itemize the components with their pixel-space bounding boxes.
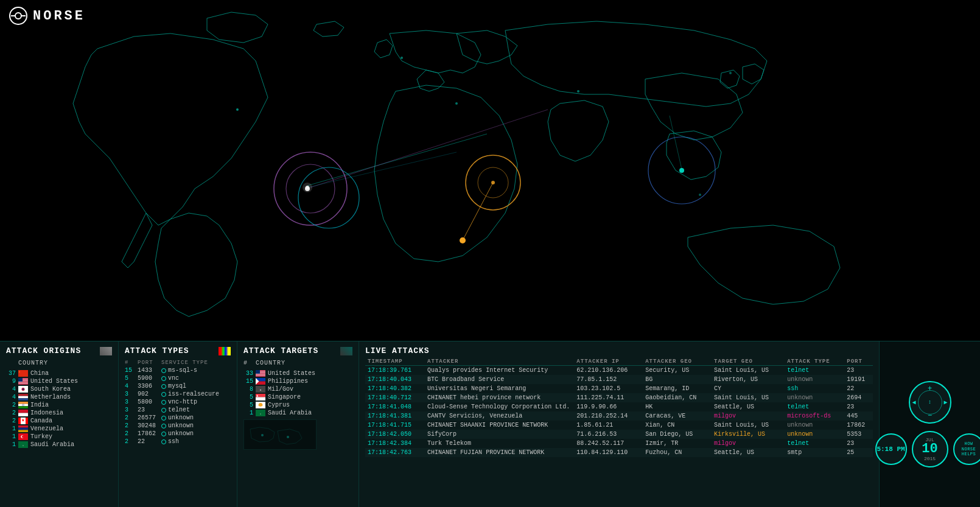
col-attacker: ATTACKER <box>425 358 574 366</box>
cell-port: 2694 <box>844 393 873 402</box>
cell-port: 22 <box>844 384 873 393</box>
svg-rect-43 <box>18 384 28 385</box>
svg-rect-61 <box>18 425 28 428</box>
compass-control[interactable]: + − ◀ ▶ ↕ <box>909 381 951 424</box>
origins-row: 2Canada <box>6 417 112 425</box>
cell-attacker: Qualys provides Internet Security <box>425 366 574 376</box>
svg-rect-39 <box>18 382 28 383</box>
live-attacks-title: LIVE ATTACKS <box>365 346 873 355</box>
cell-attack-type: microsoft-ds <box>785 411 844 421</box>
cell-target-geo: Seattle, US <box>712 448 785 457</box>
live-attack-row: 17:18:41.715 CHINANET SHAANXI PROVINCE N… <box>365 421 873 430</box>
types-row: 217862unknown <box>125 430 231 438</box>
svg-rect-55 <box>18 410 28 413</box>
cell-ip: 201.210.252.14 <box>574 411 643 421</box>
svg-rect-80 <box>256 376 265 376</box>
svg-point-97 <box>261 434 264 436</box>
svg-point-66 <box>22 436 24 438</box>
cell-port: 23 <box>844 439 873 448</box>
cell-ip: 1.85.61.21 <box>574 421 643 430</box>
svg-rect-44 <box>18 378 23 382</box>
date-time-row: 5:18 PM Jul 10 2015 HOW NORSE HELPS <box>875 431 981 467</box>
svg-rect-62 <box>18 428 28 430</box>
cell-ip: 77.85.1.152 <box>574 375 643 384</box>
svg-text:★: ★ <box>259 388 261 392</box>
cell-port: 5353 <box>844 430 873 439</box>
origins-row: 37China <box>6 369 112 377</box>
svg-point-26 <box>729 72 732 74</box>
types-row: 55900vnc <box>125 374 231 382</box>
svg-rect-90 <box>256 397 265 401</box>
svg-rect-96 <box>244 420 317 450</box>
svg-rect-50 <box>18 398 28 400</box>
targets-row: 5Singapore <box>243 393 352 401</box>
svg-point-47 <box>23 388 24 390</box>
bottom-panel: ATTACK ORIGINS COUNTRY 37China9United St… <box>0 341 980 507</box>
types-title: ATTACK TYPES <box>125 346 231 355</box>
types-row: 230248unknown <box>125 422 231 430</box>
compass-left[interactable]: ◀ <box>912 399 916 406</box>
cell-attack-type: ssh <box>785 384 844 393</box>
col-timestamp: TIMESTAMP <box>365 358 425 366</box>
types-icon <box>219 347 231 355</box>
svg-point-24 <box>455 102 458 105</box>
time-display: 5:18 PM <box>875 433 907 465</box>
compass-minus[interactable]: − <box>928 411 932 420</box>
how-norse-helps-button[interactable]: HOW NORSE HELPS <box>953 433 981 465</box>
origins-row: 1⚔Saudi Arabia <box>6 441 112 449</box>
cell-timestamp: 17:18:41.381 <box>365 411 425 421</box>
targets-row: 1⚔Saudi Arabia <box>243 409 352 417</box>
cell-attacker-geo: Gaobeidian, CN <box>643 393 712 402</box>
svg-rect-78 <box>256 374 265 375</box>
origins-icon <box>100 347 112 355</box>
svg-rect-4 <box>0 0 980 341</box>
svg-point-98 <box>287 436 289 438</box>
header: NORSE <box>9 6 85 26</box>
compass-plus[interactable]: + <box>928 385 932 393</box>
cell-ip: 71.6.216.53 <box>574 430 643 439</box>
cell-timestamp: 17:18:41.048 <box>365 402 425 411</box>
cell-port: 23 <box>844 402 873 411</box>
cell-attacker-geo: Semarang, ID <box>643 384 712 393</box>
targets-col-header: # COUNTRY <box>243 359 352 367</box>
targets-row: 8★Mil/Gov <box>243 385 352 393</box>
cell-attack-type: telnet <box>785 439 844 448</box>
live-attack-row: 17:18:40.712 CHINANET hebei province net… <box>365 393 873 402</box>
types-row: 43306mysql <box>125 382 231 390</box>
types-row: 35800vnc-http <box>125 398 231 406</box>
norse-logo-icon <box>9 6 28 26</box>
svg-rect-81 <box>256 376 265 376</box>
live-attack-row: 17:18:41.381 CANTV Servicios, Venezuela … <box>365 411 873 421</box>
types-col-header: # PORT SERVICE TYPE <box>125 359 231 366</box>
svg-point-27 <box>699 194 701 196</box>
cell-attacker: CHINANET SHAANXI PROVINCE NETWORK <box>425 421 574 430</box>
svg-rect-51 <box>18 402 28 404</box>
cell-target-geo: milgov <box>712 411 785 421</box>
live-attacks-table: TIMESTAMP ATTACKER ATTACKER IP ATTACKER … <box>365 358 873 457</box>
cell-attacker-geo: Xian, CN <box>643 421 712 430</box>
world-map <box>0 0 980 341</box>
cell-attacker: BTC Broadband Service <box>425 375 574 384</box>
targets-row: 5Cyprus <box>243 401 352 409</box>
cell-ip: 111.225.74.11 <box>574 393 643 402</box>
origins-title: ATTACK ORIGINS <box>6 346 112 355</box>
cell-attack-type: unknown <box>785 430 844 439</box>
types-panel: ATTACK TYPES # PORT SERVICE TYPE 151433m… <box>119 341 237 507</box>
compass-right[interactable]: ▶ <box>943 399 947 406</box>
types-row: 323telnet <box>125 406 231 414</box>
origins-row: 1Venezuela <box>6 425 112 433</box>
svg-rect-42 <box>18 383 28 384</box>
cell-ip: 110.84.129.110 <box>574 448 643 457</box>
cell-timestamp: 17:18:40.712 <box>365 393 425 402</box>
origins-panel: ATTACK ORIGINS COUNTRY 37China9United St… <box>0 341 119 507</box>
col-port: PORT <box>844 358 873 366</box>
cell-attacker-geo: Izmir, TR <box>643 439 712 448</box>
origins-col-header: COUNTRY <box>6 359 112 367</box>
origins-row: 2Indonesia <box>6 409 112 417</box>
date-display: Jul 10 2015 <box>912 431 948 467</box>
cell-timestamp: 17:18:41.715 <box>365 421 425 430</box>
cell-attack-type: telnet <box>785 402 844 411</box>
live-attack-row: 17:18:42.384 Turk Telekom 88.242.52.117 … <box>365 439 873 448</box>
cell-target-geo: Riverton, US <box>712 375 785 384</box>
svg-rect-58 <box>18 418 21 424</box>
